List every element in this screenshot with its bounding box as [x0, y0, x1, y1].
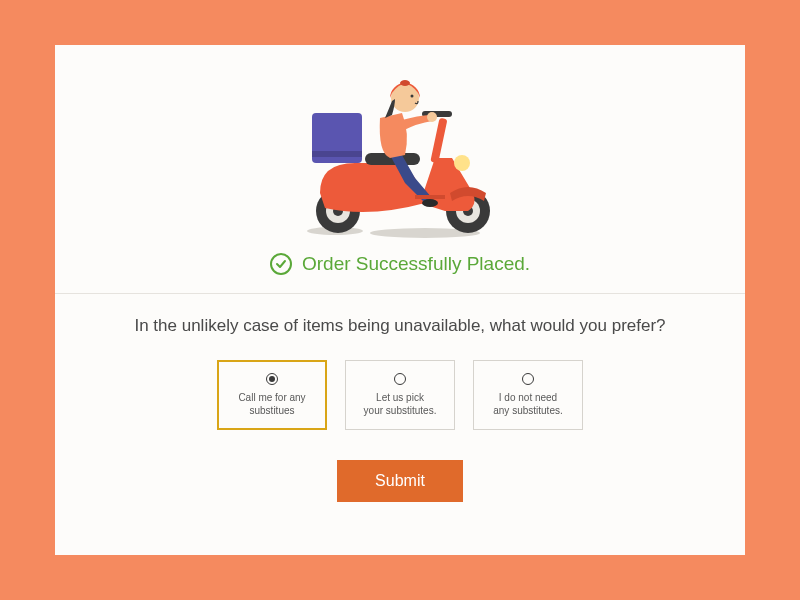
- svg-point-17: [400, 80, 410, 86]
- submit-button[interactable]: Submit: [337, 460, 463, 502]
- option-label: I do not need any substitutes.: [493, 391, 562, 417]
- divider: [55, 293, 745, 294]
- options-group: Call me for any substitues Let us pick y…: [217, 360, 583, 430]
- substitution-question: In the unlikely case of items being unav…: [134, 316, 665, 336]
- svg-point-18: [411, 95, 414, 98]
- radio-icon: [394, 373, 406, 385]
- option-let-us-pick[interactable]: Let us pick your substitutes.: [345, 360, 455, 430]
- option-no-substitutes[interactable]: I do not need any substitutes.: [473, 360, 583, 430]
- svg-rect-13: [312, 151, 362, 157]
- svg-rect-19: [415, 195, 445, 199]
- radio-icon: [266, 373, 278, 385]
- svg-point-11: [454, 155, 470, 171]
- radio-icon: [522, 373, 534, 385]
- option-call-me[interactable]: Call me for any substitues: [217, 360, 327, 430]
- svg-point-15: [427, 112, 437, 122]
- delivery-scooter-illustration: [270, 63, 530, 243]
- option-label: Call me for any substitues: [238, 391, 305, 417]
- status-row: Order Successfully Placed.: [270, 253, 530, 275]
- option-label: Let us pick your substitutes.: [364, 391, 437, 417]
- svg-point-14: [422, 199, 438, 207]
- success-check-icon: [270, 253, 292, 275]
- order-confirmation-card: Order Successfully Placed. In the unlike…: [55, 45, 745, 555]
- status-message: Order Successfully Placed.: [302, 253, 530, 275]
- svg-rect-9: [430, 118, 447, 164]
